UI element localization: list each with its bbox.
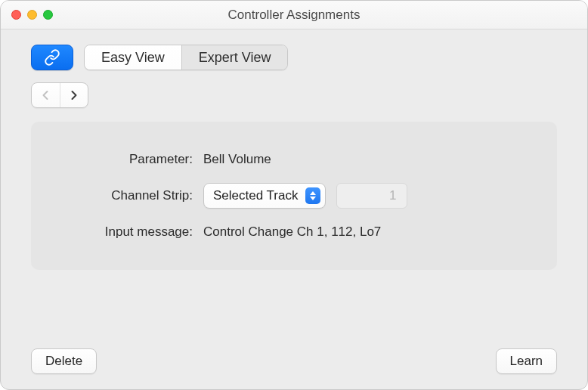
controller-assignments-window: Controller Assignments Easy View Expert … — [0, 0, 588, 390]
popup-arrows-icon — [305, 187, 320, 204]
label-parameter: Parameter: — [52, 152, 203, 167]
channel-strip-number-value: 1 — [389, 188, 396, 203]
content-area: Easy View Expert View Parameter: Bell Vo… — [1, 29, 587, 389]
channel-strip-number-field[interactable]: 1 — [336, 183, 407, 209]
next-assignment-button[interactable] — [60, 83, 88, 107]
view-mode-switch: Easy View Expert View — [84, 45, 288, 70]
learn-button[interactable]: Learn — [496, 348, 557, 374]
svg-marker-0 — [310, 191, 316, 195]
tab-easy-view[interactable]: Easy View — [85, 45, 182, 70]
row-channel-strip: Channel Strip: Selected Track 1 — [52, 179, 536, 212]
chevron-left-icon — [42, 90, 50, 101]
label-channel-strip: Channel Strip: — [52, 188, 203, 203]
assignment-nav — [31, 82, 88, 108]
titlebar: Controller Assignments — [1, 1, 587, 29]
row-input-message: Input message: Control Change Ch 1, 112,… — [52, 215, 536, 249]
label-input-message: Input message: — [52, 224, 203, 240]
value-parameter: Bell Volume — [203, 152, 271, 167]
prev-assignment-button[interactable] — [32, 83, 60, 107]
tab-expert-view[interactable]: Expert View — [182, 45, 288, 70]
delete-button[interactable]: Delete — [31, 348, 97, 374]
value-input-message: Control Change Ch 1, 112, Lo7 — [203, 224, 381, 240]
svg-marker-1 — [310, 197, 316, 200]
channel-strip-popup[interactable]: Selected Track — [203, 183, 326, 209]
link-icon — [44, 49, 60, 66]
window-title: Controller Assignments — [1, 8, 587, 23]
chevron-right-icon — [70, 90, 78, 101]
link-button[interactable] — [31, 45, 73, 70]
assignment-panel: Parameter: Bell Volume Channel Strip: Se… — [31, 122, 557, 270]
footer-row: Delete Learn — [31, 330, 557, 374]
channel-strip-selected: Selected Track — [213, 188, 298, 203]
toolbar-row: Easy View Expert View — [31, 45, 557, 70]
row-parameter: Parameter: Bell Volume — [52, 143, 536, 176]
